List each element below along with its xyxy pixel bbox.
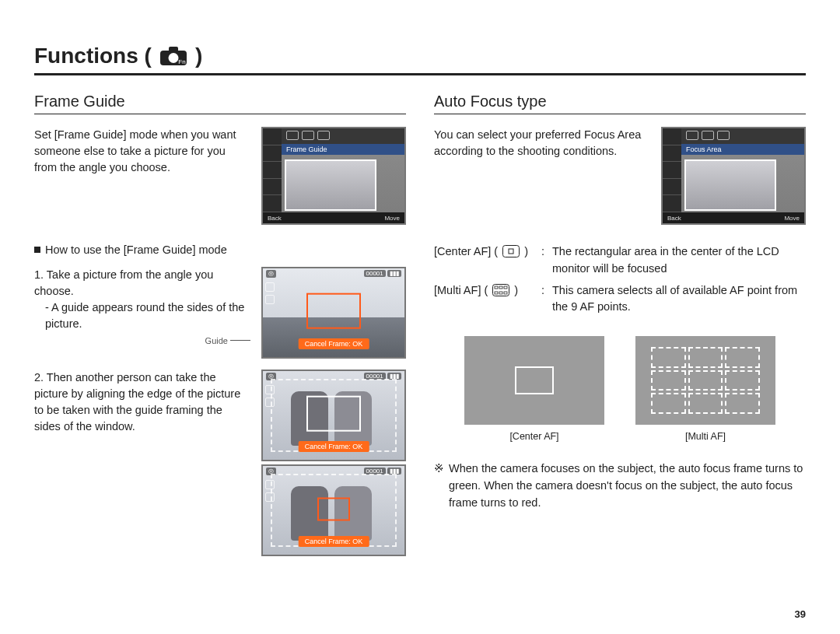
- step2-text: 2. Then another person can take the pict…: [34, 370, 250, 435]
- step1-text: 1. Take a picture from the angle you cho…: [34, 267, 250, 299]
- svg-rect-8: [499, 286, 502, 289]
- camera-mode-icon: ◎: [266, 270, 276, 278]
- svg-rect-12: [504, 292, 507, 294]
- battery-icon: ▮▮▮: [387, 270, 401, 277]
- step2-screenshot-a: ◎ 00001 ▮▮▮ Cancel Frame: OK: [261, 370, 406, 461]
- menu-label-focus-area: Focus Area: [681, 144, 804, 155]
- svg-rect-5: [509, 249, 513, 254]
- step2-screenshot-b: ◎ 00001 ▮▮▮ Cancel Frame: OK: [261, 464, 406, 556]
- autofocus-intro: You can select your preferred Focus Area…: [434, 127, 650, 159]
- svg-rect-11: [499, 292, 502, 294]
- menu-back-label: Back: [268, 215, 282, 222]
- page-title-row: Functions ( Fn ): [34, 44, 806, 75]
- center-af-caption: [Center AF]: [464, 431, 604, 442]
- svg-text:Fn: Fn: [178, 58, 185, 65]
- left-column: Frame Guide Set [Frame Guide] mode when …: [34, 93, 406, 567]
- multi-af-caption: [Multi AF]: [635, 431, 775, 442]
- focus-area-menu-screenshot: Focus Area Back Move: [661, 127, 806, 225]
- guide-annotation: Guide: [205, 336, 228, 345]
- frame-counter: 00001: [364, 270, 386, 277]
- page-title: Functions (: [34, 44, 152, 68]
- focus-note: ※ When the camera focuses on the subject…: [434, 461, 806, 511]
- svg-rect-10: [495, 292, 498, 294]
- frame-guide-intro: Set [Frame Guide] mode when you want som…: [34, 127, 250, 176]
- multi-af-icon: [492, 284, 509, 302]
- center-af-icon: [502, 245, 520, 263]
- center-af-desc: The rectangular area in the center of th…: [552, 243, 806, 278]
- frame-guide-heading: Frame Guide: [34, 93, 406, 114]
- page-number: 39: [795, 608, 806, 620]
- step1-sub: - A guide appears round the sides of the…: [34, 299, 250, 332]
- svg-rect-9: [504, 286, 507, 289]
- focus-note-text: When the camera focuses on the subject, …: [449, 461, 806, 511]
- menu-move-label: Move: [384, 215, 400, 222]
- svg-point-2: [168, 53, 178, 63]
- center-af-diagram: [Center AF]: [464, 336, 604, 442]
- note-mark-icon: ※: [434, 461, 444, 511]
- howto-heading: How to use the [Frame Guide] mode: [34, 243, 406, 256]
- camera-fn-icon: Fn: [159, 46, 187, 66]
- multi-af-desc: This camera selects all of available AF …: [552, 282, 806, 317]
- step1-screenshot: ◎ 00001 ▮▮▮ Cancel Frame: OK: [261, 267, 406, 359]
- menu-label-frame-guide: Frame Guide: [282, 144, 404, 155]
- svg-rect-4: [503, 246, 520, 257]
- page-title-close: ): [195, 44, 202, 68]
- cancel-frame-bar: Cancel Frame: OK: [299, 338, 369, 349]
- multi-af-diagram: [Multi AF]: [635, 336, 775, 442]
- af-definitions: [Center AF] ( ) : The rectangular area i…: [434, 243, 806, 316]
- autofocus-heading: Auto Focus type: [434, 93, 806, 114]
- right-column: Auto Focus type You can select your pref…: [434, 93, 806, 567]
- frame-guide-menu-screenshot: Frame Guide Back Move: [261, 127, 406, 225]
- svg-rect-1: [169, 47, 178, 52]
- svg-rect-7: [495, 286, 498, 289]
